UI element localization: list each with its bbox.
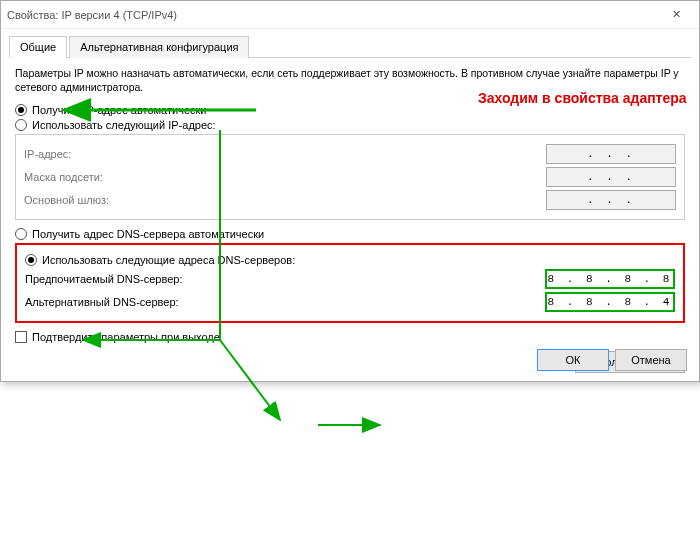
ip-address-label: IP-адрес: (24, 148, 546, 160)
radio-dns-auto[interactable]: Получить адрес DNS-сервера автоматически (15, 228, 685, 240)
ok-button[interactable]: ОК (537, 349, 609, 371)
dns2-input[interactable]: 8 . 8 . 8 . 4 (545, 292, 675, 312)
ipv4-properties-window: Свойства: IP версии 4 (TCP/IPv4) ✕ Общие… (0, 0, 700, 382)
mask-input: . . . (546, 167, 676, 187)
dns-fields-group: Использовать следующие адреса DNS-сервер… (15, 243, 685, 323)
ip-address-input: . . . (546, 144, 676, 164)
titlebar[interactable]: Свойства: IP версии 4 (TCP/IPv4) ✕ (1, 1, 699, 29)
dns2-label: Альтернативный DNS-сервер: (25, 296, 545, 308)
close-button[interactable]: ✕ (659, 3, 693, 27)
ip-fields-group: IP-адрес: . . . Маска подсети: . . . Осн… (15, 134, 685, 220)
mask-label: Маска подсети: (24, 171, 546, 183)
window-title: Свойства: IP версии 4 (TCP/IPv4) (7, 9, 659, 21)
dns1-input[interactable]: 8 . 8 . 8 . 8 (545, 269, 675, 289)
tab-general[interactable]: Общие (9, 36, 67, 58)
dns1-label: Предпочитаемый DNS-сервер: (25, 273, 545, 285)
gateway-label: Основной шлюз: (24, 194, 546, 206)
radio-dns-manual[interactable]: Использовать следующие адреса DNS-сервер… (25, 254, 675, 266)
annotation-text: Заходим в свойства адаптера (478, 90, 687, 106)
radio-ip-manual[interactable]: Использовать следующий IP-адрес: (15, 119, 685, 131)
gateway-input: . . . (546, 190, 676, 210)
tab-alt-config[interactable]: Альтернативная конфигурация (69, 36, 249, 58)
radio-ip-auto[interactable]: Получить IP-адрес автоматически (15, 104, 685, 116)
cancel-button[interactable]: Отмена (615, 349, 687, 371)
tab-strip: Общие Альтернативная конфигурация (9, 35, 691, 58)
confirm-on-exit-checkbox[interactable]: ✓Подтвердить параметры при выходе (15, 331, 685, 343)
